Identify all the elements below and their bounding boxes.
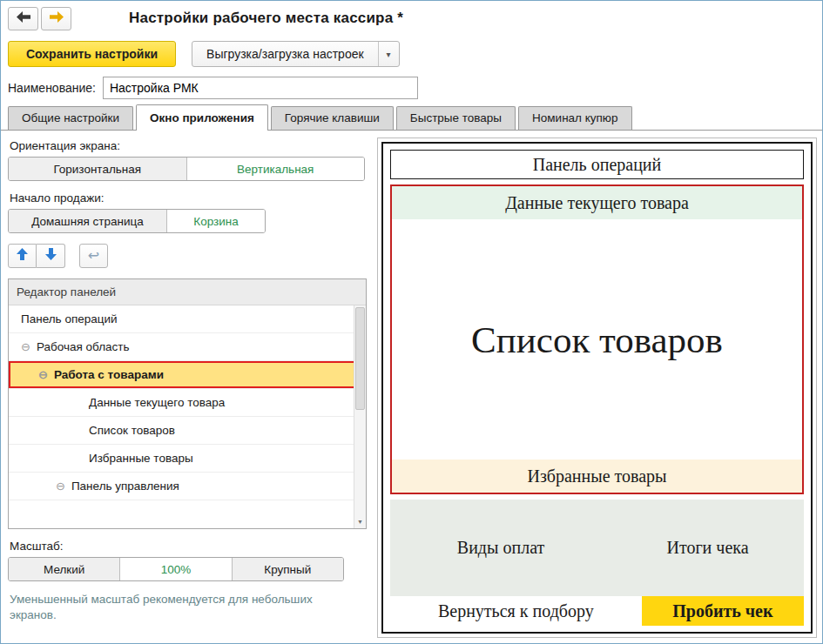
preview-favorites-panel[interactable]: Избранные товары: [392, 460, 802, 493]
tree-row-label: Избранные товары: [89, 452, 193, 465]
layout-preview: Панель операций Данные текущего товара С…: [377, 138, 817, 638]
sale-start-cart-option[interactable]: Корзина: [167, 210, 265, 232]
panel-editor-header: Редактор панелей: [9, 279, 366, 305]
orientation-horizontal-option[interactable]: Горизонтальная: [9, 158, 187, 180]
preview-print-receipt-button[interactable]: Пробить чек: [642, 596, 804, 626]
scale-large-option[interactable]: Крупный: [233, 558, 343, 580]
save-settings-button[interactable]: Сохранить настройки: [8, 41, 176, 67]
tree-row-current-item[interactable]: Данные текущего товара: [9, 389, 366, 417]
scale-100-option[interactable]: 100%: [120, 558, 232, 580]
back-arrow-icon: [17, 10, 30, 26]
collapse-icon[interactable]: ⊖: [21, 341, 30, 352]
tree-row-label: Панель управления: [71, 480, 179, 493]
tree-row-label: Работа с товарами: [54, 368, 164, 381]
tree-row-work-area[interactable]: ⊖ Рабочая область: [9, 333, 366, 361]
scale-small-option[interactable]: Мелкий: [9, 558, 120, 580]
name-label: Наименование:: [8, 81, 96, 95]
orientation-vertical-option[interactable]: Вертикальная: [187, 158, 365, 180]
tree-row-goods-work[interactable]: ⊖ Работа с товарами: [9, 361, 366, 389]
tree-row-operations-panel[interactable]: Панель операций: [9, 305, 366, 333]
orientation-switch: Горизонтальная Вертикальная: [8, 157, 365, 181]
forward-arrow-icon: [50, 10, 64, 26]
scroll-down-button[interactable]: ▼: [354, 515, 366, 528]
name-input[interactable]: [103, 77, 418, 99]
tree-row-label: Панель операций: [21, 312, 118, 325]
tab-general-settings[interactable]: Общие настройки: [8, 106, 133, 130]
preview-frame: Панель операций Данные текущего товара С…: [381, 142, 813, 634]
tab-quick-goods[interactable]: Быстрые товары: [396, 106, 516, 130]
page-title: Настройки рабочего места кассира *: [129, 10, 403, 27]
sale-start-label: Начало продажи:: [10, 191, 367, 205]
tree-row-items-list[interactable]: Список товаров: [9, 417, 366, 445]
collapse-icon[interactable]: ⊖: [56, 480, 65, 492]
arrow-up-icon: [17, 248, 28, 264]
preview-bottom-buttons: Вернуться к подбору Пробить чек: [390, 596, 804, 626]
name-row: Наименование:: [1, 72, 822, 104]
panel-tree-toolbar: ↩: [8, 244, 367, 268]
preview-favorites-label: Избранные товары: [527, 466, 666, 486]
tree-row-label: Данные текущего товара: [89, 396, 225, 409]
restore-defaults-button[interactable]: ↩: [79, 244, 108, 268]
scale-label: Масштаб:: [10, 540, 367, 553]
move-up-button[interactable]: [8, 244, 37, 268]
back-button[interactable]: [8, 7, 38, 30]
collapse-icon[interactable]: ⊖: [38, 369, 48, 380]
forward-button[interactable]: [41, 7, 71, 30]
tree-row-control-panel[interactable]: ⊖ Панель управления: [9, 473, 366, 500]
tab-application-window[interactable]: Окно приложения: [136, 104, 268, 131]
preview-operations-panel[interactable]: Панель операций: [390, 150, 804, 179]
preview-control-labels: Виды оплат Итоги чека: [390, 500, 804, 596]
nav-buttons: [8, 7, 71, 30]
move-buttons: [8, 244, 65, 268]
preview-goods-work-area[interactable]: Данные текущего товара Список товаров Из…: [390, 184, 804, 494]
tab-content: Ориентация экрана: Горизонтальная Вертик…: [1, 131, 822, 643]
chevron-down-icon: ▾: [387, 50, 391, 59]
settings-column: Ориентация экрана: Горизонтальная Вертик…: [8, 138, 367, 638]
move-down-button[interactable]: [37, 244, 65, 268]
scale-hint-text: Уменьшенный масштаб рекомендуется для не…: [10, 592, 341, 622]
preview-current-item-panel[interactable]: Данные текущего товара: [392, 186, 802, 219]
export-import-split-button: Выгрузка/загрузка настроек ▾: [192, 41, 400, 67]
orientation-label: Ориентация экрана:: [10, 139, 367, 152]
sale-start-switch: Домашняя страница Корзина: [8, 209, 266, 233]
tab-hotkeys[interactable]: Горячие клавиши: [271, 106, 394, 130]
preview-back-to-selection-button[interactable]: Вернуться к подбору: [390, 596, 642, 626]
titlebar: Настройки рабочего места кассира *: [1, 1, 822, 36]
preview-operations-label: Панель операций: [533, 155, 662, 175]
tab-bar: Общие настройки Окно приложения Горячие …: [1, 104, 822, 131]
preview-items-list-label: Список товаров: [471, 319, 723, 361]
scale-switch: Мелкий 100% Крупный: [8, 557, 344, 581]
export-import-button[interactable]: Выгрузка/загрузка настроек: [192, 42, 378, 66]
undo-icon: ↩: [88, 249, 99, 263]
tree-row-label: Список товаров: [89, 424, 175, 437]
export-import-menu-button[interactable]: ▾: [378, 42, 399, 66]
preview-receipt-totals-panel[interactable]: Итоги чека: [611, 538, 804, 558]
tree-row-label: Рабочая область: [37, 340, 130, 353]
preview-current-item-label: Данные текущего товара: [505, 193, 689, 213]
preview-payment-types-panel[interactable]: Виды оплат: [390, 538, 611, 558]
tree-row-favorites[interactable]: Избранные товары: [9, 445, 366, 473]
arrow-down-icon: [45, 248, 57, 264]
preview-items-list-panel[interactable]: Список товаров: [392, 219, 802, 460]
preview-control-panel[interactable]: Виды оплат Итоги чека Вернуться к подбор…: [390, 500, 804, 626]
sale-start-home-option[interactable]: Домашняя страница: [9, 210, 167, 232]
panel-editor-tree: Редактор панелей Панель операций ⊖ Рабоч…: [8, 278, 367, 529]
tree-scrollbar[interactable]: ▼: [354, 305, 366, 528]
tree-scrollbar-thumb[interactable]: [355, 307, 365, 410]
cashier-settings-window: Настройки рабочего места кассира * Сохра…: [0, 0, 823, 644]
actions-row: Сохранить настройки Выгрузка/загрузка на…: [1, 36, 822, 72]
scroll-down-icon: ▼: [357, 519, 363, 525]
tab-banknotes[interactable]: Номинал купюр: [518, 106, 631, 130]
